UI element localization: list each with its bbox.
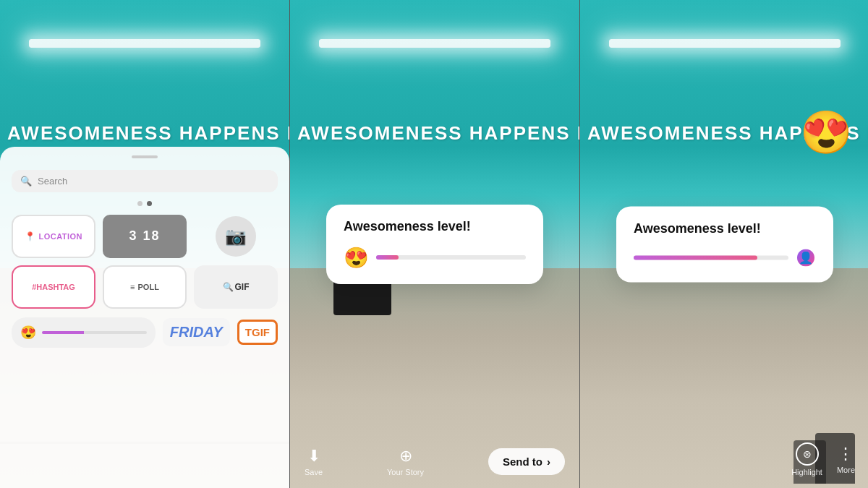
save-action[interactable]: ⬇ Save [305, 447, 323, 476]
light-strip-3 [609, 39, 841, 48]
slider-card-3[interactable]: Awesomeness level! 👤 [616, 206, 833, 282]
hashtag-label: #HASHTAG [32, 283, 75, 291]
story-label: Your Story [387, 468, 424, 476]
slider-emoji: 😍 [20, 325, 36, 341]
more-label: More [837, 466, 855, 474]
highlight-label: Highlight [791, 468, 822, 476]
avatar-icon: 👤 [799, 251, 813, 265]
gif-sticker[interactable]: 🔍 GIF [194, 265, 278, 309]
save-icon: ⬇ [307, 447, 320, 466]
friday-label: FRIDAY [170, 324, 223, 340]
light-strip [29, 39, 260, 48]
card-title-3: Awesomeness level! [634, 221, 816, 236]
story-icon: ⊕ [399, 447, 412, 466]
send-to-label: Send to [503, 455, 542, 468]
dots-row [12, 201, 278, 206]
slider-card-2[interactable]: Awesomeness level! 😍 [326, 205, 543, 284]
sticker-bottom-row: 😍 FRIDAY TGIF [12, 317, 278, 348]
story-action[interactable]: ⊕ Your Story [387, 447, 424, 476]
gif-label: GIF [235, 282, 250, 292]
dot-2 [147, 201, 152, 206]
hashtag-sticker[interactable]: #HASHTAG [12, 265, 95, 309]
time-label: 3 18 [129, 228, 160, 244]
tgif-sticker[interactable]: TGIF [237, 320, 278, 345]
location-sticker[interactable]: LOCATION [12, 215, 95, 258]
search-placeholder: Search [38, 176, 67, 187]
more-icon: ⋮ [838, 445, 854, 463]
camera-icon: 📷 [225, 226, 247, 247]
bottom-bar-3: ⊛ Highlight ⋮ More [580, 442, 868, 476]
friday-sticker[interactable]: FRIDAY [163, 318, 230, 346]
card-title-2: Awesomeness level! [344, 219, 526, 234]
light-strip-2 [319, 39, 550, 48]
slider-fill-3 [634, 255, 757, 260]
wall-text-2: AWESOMENESS HAPPENS HERE. [290, 122, 579, 145]
camera-sticker[interactable]: 📷 [216, 216, 256, 257]
slider-track-2[interactable] [376, 255, 526, 260]
poll-label: POLL [138, 283, 159, 291]
dot-1 [137, 201, 142, 206]
search-icon-gif: 🔍 [223, 282, 234, 292]
send-chevron: › [547, 455, 550, 468]
bottom-bar-2: ⬇ Save ⊕ Your Story Send to › [290, 447, 579, 476]
more-button[interactable]: ⋮ More [837, 445, 855, 474]
save-label: Save [305, 468, 323, 476]
highlight-button[interactable]: ⊛ Highlight [791, 442, 822, 476]
search-bar[interactable]: 🔍 Search [12, 170, 278, 192]
panel-1: AWESOMENESS HAPPENS HERE. 🔍 Search LOCAT… [0, 0, 289, 488]
slider-row-3: 👤 [634, 247, 816, 267]
time-sticker[interactable]: 3 18 [103, 215, 187, 258]
floating-emoji: 😍 [800, 108, 852, 157]
location-label: LOCATION [38, 232, 82, 241]
highlight-icon: ⊛ [796, 442, 819, 466]
slider-sticker[interactable]: 😍 [12, 317, 156, 348]
sticker-grid: LOCATION 3 18 📷 #HASHTAG ≡ POLL 🔍 GIF [12, 215, 278, 309]
panel-2: AWESOMENESS HAPPENS HERE. Awesomeness le… [290, 0, 579, 488]
poll-icon: ≡ [130, 283, 135, 291]
wall-text-1: AWESOMENESS HAPPENS HERE. [0, 122, 289, 145]
slider-track-mini [42, 331, 147, 334]
avatar-chip: 👤 [796, 247, 816, 267]
slider-emoji-2: 😍 [344, 246, 369, 270]
search-icon: 🔍 [20, 176, 32, 187]
panel-3: AWESOMENESS HAPPENS HERE. 😍 Awesomeness … [580, 0, 868, 488]
send-to-button[interactable]: Send to › [488, 448, 565, 475]
slider-fill-2 [376, 255, 399, 260]
slider-track-3[interactable] [634, 255, 788, 260]
drag-handle[interactable] [132, 155, 158, 158]
poll-sticker[interactable]: ≡ POLL [103, 265, 187, 309]
tgif-label: TGIF [245, 326, 270, 338]
slider-row-2: 😍 [344, 246, 526, 270]
monitor-shape [333, 279, 391, 315]
sticker-overlay: 🔍 Search LOCATION 3 18 📷 #HASHTAG [0, 147, 289, 489]
